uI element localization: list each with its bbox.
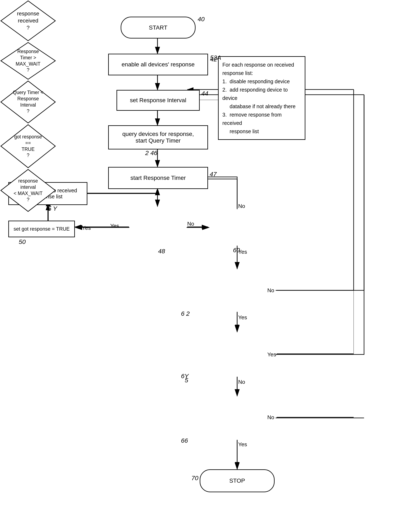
- main-arrows: [0, 0, 420, 512]
- ref-64b: 5: [185, 377, 188, 384]
- response-interval-max-diamond: responseinterval< MAX_WAIT?: [0, 168, 56, 212]
- ref-47: 47: [210, 171, 217, 178]
- ref-44: 44: [201, 90, 208, 97]
- no-label-62: No: [267, 287, 274, 294]
- enable-node: enable all devices' response: [108, 54, 208, 75]
- ref-48: 48: [158, 248, 165, 255]
- yes-label-66: Yes: [238, 441, 247, 448]
- stop-label: STOP: [229, 477, 245, 484]
- got-response-true-diamond: got response==TRUE?: [0, 124, 56, 168]
- yes-label-64: Yes: [267, 351, 276, 358]
- yes-label-50: ←Yes: [76, 225, 91, 231]
- start-node: START: [121, 17, 195, 38]
- ref-62: 6 2: [181, 310, 190, 317]
- note-box-52a: For each response on received response l…: [218, 56, 305, 140]
- response-received-diamond: responsereceived?: [0, 0, 56, 42]
- no-label-64: No: [238, 379, 245, 385]
- no-label-66: No: [267, 414, 274, 421]
- start-timer-label: start Response Timer: [130, 175, 186, 181]
- query-timer-interval-text: Query Timer <ResponseInterval?: [13, 90, 43, 115]
- query-timer-interval-diamond: Query Timer <ResponseInterval?: [0, 80, 56, 124]
- start-label: START: [149, 24, 167, 31]
- ref-40: 40: [198, 15, 204, 23]
- ref-46: 2 46: [145, 149, 157, 157]
- yes-label-62: Yes: [238, 314, 247, 321]
- response-received-text: responsereceived?: [17, 10, 39, 31]
- set-got-response-label: set got response = TRUE: [14, 226, 70, 232]
- ref-52a: 52A: [210, 54, 221, 61]
- no-label-48: No: [187, 221, 194, 227]
- set-interval-label: set Response Interval: [130, 97, 186, 104]
- set-interval-node: set Response Interval: [117, 90, 200, 111]
- flowchart: START 40 enable all devices' response 42…: [0, 0, 420, 512]
- yes-label-48: Yes: [110, 223, 119, 229]
- stop-node: STOP: [200, 469, 275, 492]
- no-label-60: No: [238, 203, 245, 209]
- query-devices-node: query devices for response, start Query …: [108, 125, 208, 149]
- set-got-response-node: set got response = TRUE: [8, 221, 75, 237]
- response-timer-max-diamond: ResponseTimer >MAX_WAIT?: [0, 42, 56, 80]
- yes-label-60: Yes: [238, 249, 247, 255]
- ref-66: 66: [181, 437, 188, 444]
- response-interval-max-text: responseinterval< MAX_WAIT?: [14, 178, 42, 203]
- ref-70: 70: [191, 474, 198, 481]
- enable-label: enable all devices' response: [122, 61, 195, 68]
- note-text: For each response on received response l…: [222, 61, 301, 136]
- arrows-svg: [0, 0, 420, 512]
- response-timer-max-text: ResponseTimer >MAX_WAIT?: [15, 48, 40, 73]
- got-response-true-text: got response==TRUE?: [14, 134, 42, 159]
- start-timer-node: start Response Timer: [108, 167, 208, 189]
- query-devices-label: query devices for response, start Query …: [122, 131, 194, 144]
- ref-50: 50: [19, 238, 26, 245]
